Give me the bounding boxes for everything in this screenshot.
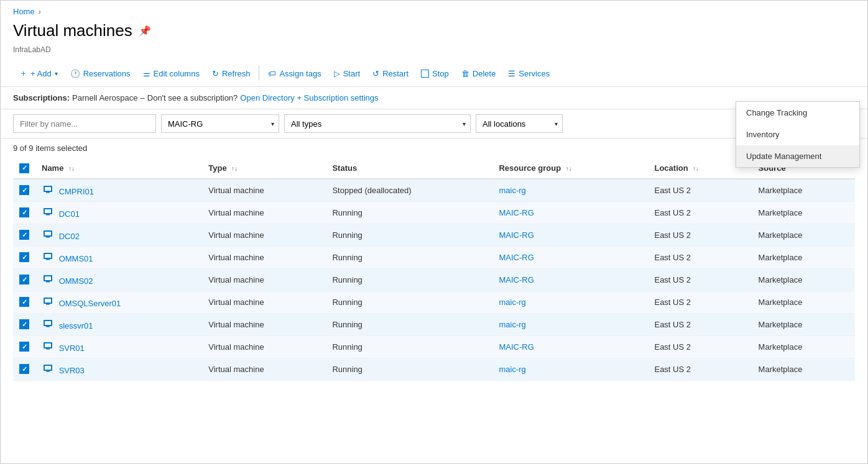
resource-group-link[interactable]: MAIC-RG: [499, 253, 533, 262]
row-type-cell: Virtual machine: [202, 335, 326, 358]
dropdown-item-update-management[interactable]: Update Management: [736, 145, 859, 167]
resource-group-link[interactable]: MAIC-RG: [499, 230, 533, 240]
edit-columns-button[interactable]: ⚌ Edit columns: [137, 65, 206, 82]
svg-rect-25: [45, 366, 51, 370]
row-location-cell: East US 2: [648, 201, 752, 224]
add-button[interactable]: ＋ + Add ▾: [13, 64, 64, 83]
row-checkbox-cell: [13, 246, 35, 268]
reservations-button[interactable]: 🕐 Reservations: [64, 65, 137, 82]
col-name-label: Name: [42, 163, 63, 173]
row-checkbox[interactable]: [19, 230, 29, 240]
resource-group-select[interactable]: MAIC-RG: [161, 114, 279, 133]
row-checkbox[interactable]: [19, 297, 29, 307]
table-container: Name ↑↓ Type ↑↓ Status Resource group ↑↓: [1, 158, 867, 381]
resource-group-link[interactable]: MAIC-RG: [499, 208, 533, 217]
resource-group-link[interactable]: MAIC-RG: [499, 342, 533, 352]
delete-icon: 🗑: [461, 69, 469, 78]
row-checkbox-cell: [13, 335, 35, 358]
restart-button[interactable]: ↺ Restart: [366, 65, 415, 82]
col-rg-label: Resource group: [499, 163, 561, 173]
table-header-row: Name ↑↓ Type ↑↓ Status Resource group ↑↓: [13, 158, 855, 179]
vm-name-link[interactable]: DC01: [59, 209, 80, 219]
vm-icon: [42, 207, 54, 217]
services-label: Services: [519, 69, 550, 78]
resource-group-link[interactable]: maic-rg: [499, 320, 525, 329]
row-checkbox[interactable]: [19, 275, 29, 284]
filter-by-name-input[interactable]: [13, 114, 156, 133]
start-button[interactable]: ▷ Start: [328, 65, 366, 82]
vm-name-link[interactable]: SVR03: [59, 366, 85, 375]
svg-rect-10: [45, 254, 51, 258]
stop-icon: [421, 70, 429, 78]
svg-rect-19: [45, 321, 51, 325]
vm-name-link[interactable]: OMMS01: [59, 254, 93, 263]
row-rg-cell: MAIC-RG: [492, 246, 648, 268]
open-directory-link[interactable]: Open Directory + Subscription settings: [240, 93, 378, 102]
row-checkbox[interactable]: [19, 319, 29, 329]
dropdown-item-change-tracking[interactable]: Change Tracking: [736, 102, 859, 124]
services-button[interactable]: ☰ Services: [502, 65, 556, 82]
col-type-label: Type: [208, 163, 226, 173]
col-name: Name ↑↓: [35, 158, 202, 179]
row-checkbox[interactable]: [19, 342, 29, 352]
col-status: Status: [326, 158, 492, 179]
breadcrumb-home[interactable]: Home: [13, 7, 35, 16]
row-source-cell: Marketplace: [752, 358, 855, 380]
row-checkbox[interactable]: [19, 364, 29, 374]
location-select[interactable]: All locations: [476, 114, 563, 133]
table-row: DC02 Virtual machine Running MAIC-RG Eas…: [13, 224, 855, 246]
start-label: Start: [343, 69, 360, 78]
breadcrumb-separator: ›: [39, 7, 41, 16]
row-rg-cell: maic-rg: [492, 358, 648, 380]
col-type-sort-icon[interactable]: ↑↓: [231, 165, 238, 172]
resource-group-link[interactable]: MAIC-RG: [499, 275, 533, 284]
subscription-value: Parnell Aerospace: [72, 93, 138, 102]
resource-group-link[interactable]: maic-rg: [499, 298, 525, 307]
row-name-cell: SVR03: [35, 358, 202, 380]
assign-tags-button[interactable]: 🏷 Assign tags: [262, 65, 327, 82]
pin-icon[interactable]: 📌: [139, 25, 151, 37]
svg-rect-1: [45, 187, 51, 191]
vm-icon: [42, 252, 54, 262]
row-checkbox[interactable]: [19, 207, 29, 217]
refresh-button[interactable]: ↻ Refresh: [206, 65, 257, 82]
row-location-cell: East US 2: [648, 313, 752, 335]
row-type-cell: Virtual machine: [202, 268, 326, 291]
col-name-sort-icon[interactable]: ↑↓: [68, 165, 75, 172]
row-checkbox[interactable]: [19, 185, 29, 195]
col-location-sort-icon[interactable]: ↑↓: [693, 165, 699, 172]
vm-table-body: CMPRI01 Virtual machine Stopped (dealloc…: [13, 179, 855, 381]
row-checkbox-cell: [13, 268, 35, 291]
vm-name-link[interactable]: OMSQLServer01: [59, 299, 121, 308]
col-rg-sort-icon[interactable]: ↑↓: [566, 165, 572, 172]
vm-name-link[interactable]: DC02: [59, 232, 80, 241]
vm-name-link[interactable]: slessvr01: [59, 321, 93, 330]
row-name-cell: DC01: [35, 201, 202, 224]
resource-group-select-wrapper: MAIC-RG ▾: [161, 114, 279, 133]
vm-name-link[interactable]: OMMS02: [59, 276, 93, 286]
vm-name-link[interactable]: CMPRI01: [59, 187, 94, 196]
row-source-cell: Marketplace: [752, 291, 855, 313]
stop-button[interactable]: Stop: [415, 65, 455, 82]
breadcrumb: Home ›: [1, 1, 867, 19]
type-select[interactable]: All types: [284, 114, 471, 133]
row-status-cell: Running: [326, 335, 492, 358]
col-type: Type ↑↓: [202, 158, 326, 179]
delete-button[interactable]: 🗑 Delete: [455, 65, 502, 82]
edit-columns-icon: ⚌: [143, 69, 150, 78]
vm-name-link[interactable]: SVR01: [59, 343, 85, 353]
row-name-cell: SVR01: [35, 335, 202, 358]
row-type-cell: Virtual machine: [202, 224, 326, 246]
resource-group-link[interactable]: maic-rg: [499, 186, 525, 195]
dropdown-item-inventory[interactable]: Inventory: [736, 124, 859, 145]
row-location-cell: East US 2: [648, 224, 752, 246]
resource-group-link[interactable]: maic-rg: [499, 365, 525, 374]
row-checkbox[interactable]: [19, 252, 29, 262]
row-name-cell: OMSQLServer01: [35, 291, 202, 313]
header-checkbox[interactable]: [19, 163, 29, 173]
row-checkbox-cell: [13, 291, 35, 313]
reservations-icon: 🕐: [70, 69, 80, 78]
table-row: OMMS02 Virtual machine Running MAIC-RG E…: [13, 268, 855, 291]
row-location-cell: East US 2: [648, 358, 752, 380]
page-wrapper: Home › Virtual machines 📌 InfraLabAD ＋ +…: [0, 0, 868, 464]
